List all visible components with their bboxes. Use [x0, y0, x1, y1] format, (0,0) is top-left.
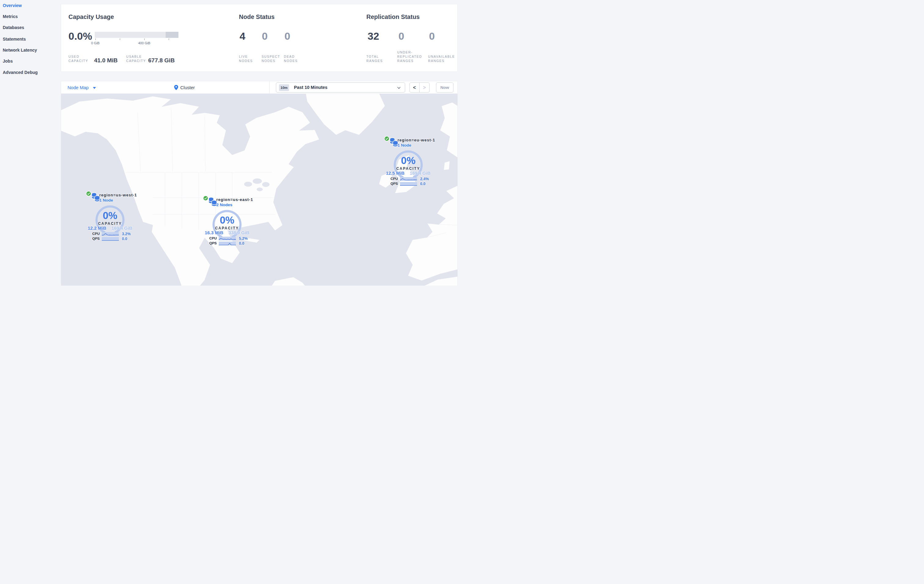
region-marker-eu-west-1[interactable]: region=eu-west-1 1 Node 0% CAPACITY 12.5… [385, 138, 431, 188]
chevron-down-icon [93, 87, 96, 89]
region-marker-us-west-1[interactable]: region=us-west-1 1 Node 0% CAPACITY 12.2… [87, 193, 133, 243]
chevron-down-icon [397, 87, 401, 89]
capacity-gauge-label: CAPACITY [204, 226, 250, 230]
view-selector-label: Node Map [68, 85, 89, 90]
sidebar-item-network-latency[interactable]: Network Latency [3, 48, 37, 53]
sidebar-item-statements[interactable]: Statements [3, 37, 26, 41]
under-replicated-label-line2: REPLICATED [397, 54, 422, 59]
node-status-title: Node Status [239, 13, 275, 20]
qps-sparkline [102, 237, 119, 241]
capacity-gauge-label: CAPACITY [87, 221, 133, 226]
live-nodes-count: 4 [239, 30, 245, 43]
location-pin-icon [174, 85, 178, 90]
sidebar-item-jobs[interactable]: Jobs [3, 59, 13, 64]
cpu-sparkline [219, 237, 236, 240]
region-name: region=us-west-1 [99, 193, 137, 197]
cpu-value: 5.2% [239, 237, 248, 241]
dead-nodes-count: 0 [284, 30, 290, 43]
region-node-count: 2 Nodes [216, 202, 253, 207]
region-header: region=us-west-1 1 Node [99, 193, 137, 202]
node-map-toolbar: Node Map Cluster 10m Past 10 Minutes < >… [61, 81, 457, 94]
cpu-label: CPU [92, 232, 100, 235]
usable-capacity-label-line1: USABLE [126, 54, 142, 59]
region-node-count: 1 Node [398, 143, 435, 148]
used-capacity-value: 41.0 MiB [94, 57, 118, 64]
time-step-forward-button[interactable]: > [419, 83, 429, 92]
world-map-graphic [61, 94, 457, 286]
region-used-capacity: 12.5 MiB [386, 170, 404, 176]
used-capacity-label-line2: CAPACITY [68, 59, 88, 63]
time-step-control: < > [409, 82, 430, 92]
cpu-value: 3.2% [122, 232, 131, 236]
capacity-reserved-segment [166, 32, 178, 38]
usable-capacity-label-line2: CAPACITY [126, 59, 146, 63]
dead-nodes-label-line2: NODES [284, 59, 298, 63]
usable-capacity-value: 677.8 GiB [148, 57, 175, 64]
used-capacity-label-line1: USED [68, 54, 79, 59]
sidebar-item-advanced-debug[interactable]: Advanced Debug [3, 70, 38, 75]
suspect-nodes-label-line2: NODES [262, 59, 275, 63]
sidebar-item-databases[interactable]: Databases [3, 25, 24, 30]
region-usable-capacity: 169.4 GiB [112, 225, 132, 230]
unavailable-ranges-label-line2: RANGES [428, 59, 445, 63]
total-ranges-label-line1: TOTAL [366, 54, 379, 59]
under-replicated-ranges-count: 0 [398, 30, 404, 43]
region-name: region=eu-west-1 [398, 138, 435, 142]
time-range-badge: 10m [279, 84, 289, 91]
cpu-sparkline [400, 177, 417, 181]
region-marker-us-east-1[interactable]: region=us-east-1 2 Nodes 0% CAPACITY 16.… [204, 198, 250, 247]
qps-sparkline [219, 242, 236, 245]
now-button[interactable]: Now [436, 82, 454, 92]
sidebar: Overview Metrics Databases Statements Ne… [0, 0, 61, 292]
region-node-count: 1 Node [99, 198, 137, 202]
qps-value: 0.0 [122, 237, 127, 241]
under-replicated-label-line1: UNDER- [397, 50, 412, 54]
capacity-percent: 0% [385, 155, 431, 166]
qps-label: QPS [391, 182, 398, 186]
under-replicated-label-line3: RANGES [397, 59, 414, 63]
breadcrumb[interactable]: Cluster [174, 81, 195, 94]
cpu-label: CPU [209, 237, 217, 240]
capacity-usage-percent: 0.0% [68, 30, 92, 43]
total-ranges-label-line2: RANGES [366, 59, 383, 63]
cpu-value: 2.4% [420, 177, 429, 181]
suspect-nodes-count: 0 [262, 30, 268, 43]
suspect-nodes-label-line1: SUSPECT [262, 54, 280, 59]
sidebar-item-metrics[interactable]: Metrics [3, 14, 18, 19]
capacity-percent: 0% [87, 210, 133, 221]
region-used-capacity: 16.3 MiB [205, 230, 223, 235]
cpu-label: CPU [391, 177, 398, 181]
live-nodes-label-line2: NODES [239, 59, 253, 63]
axis-tick [144, 38, 145, 40]
region-header: region=eu-west-1 1 Node [398, 138, 435, 148]
qps-label: QPS [209, 241, 217, 245]
sidebar-item-overview[interactable]: Overview [3, 3, 22, 8]
capacity-usage-bar [95, 32, 178, 38]
unavailable-ranges-label-line1: UNAVAILABLE [428, 54, 455, 59]
capacity-gauge-label: CAPACITY [385, 166, 431, 171]
cpu-sparkline [102, 232, 119, 236]
region-used-capacity: 12.2 MiB [88, 225, 106, 230]
axis-tick-label: 400 GiB [135, 41, 153, 45]
view-selector-dropdown[interactable]: Node Map [68, 81, 96, 94]
capacity-percent: 0% [204, 214, 250, 226]
time-range-label: Past 10 Minutes [294, 83, 328, 92]
axis-tick [95, 38, 96, 40]
region-usable-capacity: 338.9 GiB [229, 230, 249, 235]
replication-status-title: Replication Status [366, 13, 419, 20]
region-name: region=us-east-1 [216, 197, 253, 202]
axis-tick-label: 0 GiB [86, 41, 104, 45]
qps-sparkline [400, 182, 417, 186]
cluster-summary-panel: Capacity Usage 0.0% 0 GiB 400 GiB USED C… [61, 4, 458, 72]
region-header: region=us-east-1 2 Nodes [216, 197, 253, 207]
qps-label: QPS [92, 237, 100, 240]
time-range-selector[interactable]: 10m Past 10 Minutes [276, 82, 405, 92]
dead-nodes-label-line1: DEAD [284, 54, 295, 59]
unavailable-ranges-count: 0 [429, 30, 435, 43]
time-step-back-button[interactable]: < [410, 83, 419, 92]
capacity-usage-title: Capacity Usage [68, 13, 114, 20]
axis-tick [120, 38, 120, 40]
region-usable-capacity: 169.4 GiB [410, 170, 431, 176]
breadcrumb-label: Cluster [180, 85, 195, 90]
qps-value: 0.0 [239, 241, 244, 245]
